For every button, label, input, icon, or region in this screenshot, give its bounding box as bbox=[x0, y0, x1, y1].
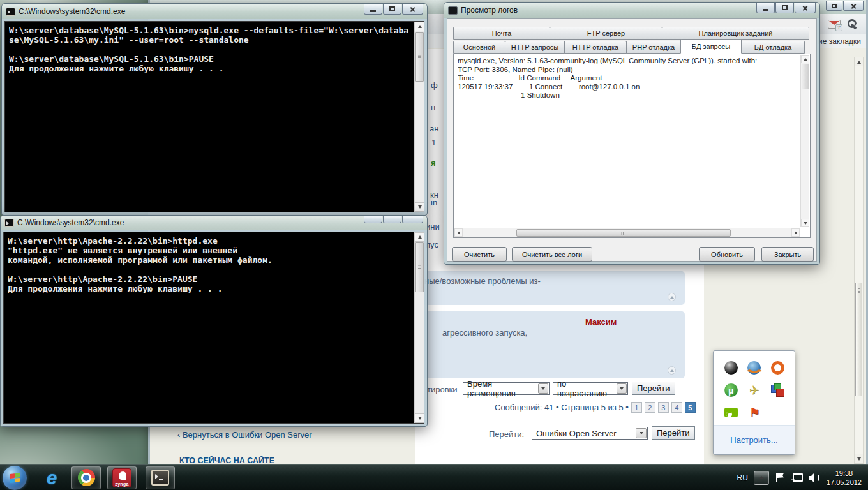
cmd-titlebar[interactable]: C:\Windows\system32\cmd.exe bbox=[2, 4, 427, 19]
scroll-top-icon[interactable] bbox=[668, 293, 676, 301]
window-title: Просмотр логов bbox=[461, 6, 753, 15]
console-scrollbar[interactable] bbox=[414, 22, 424, 212]
cmd-titlebar[interactable]: C:\Windows\system32\cmd.exe bbox=[1, 216, 427, 230]
log-horizontal-scrollbar[interactable] bbox=[454, 228, 800, 237]
maximize-button[interactable] bbox=[383, 216, 401, 223]
jump-go-button[interactable]: Перейти bbox=[652, 426, 695, 440]
tab-db-queries[interactable]: БД запросы bbox=[680, 39, 742, 54]
tab-ftp-server[interactable]: FTP сервер bbox=[550, 27, 662, 40]
color-squares-icon[interactable] bbox=[771, 383, 784, 397]
maximize-button[interactable] bbox=[775, 3, 794, 13]
log-viewer-icon bbox=[448, 6, 458, 15]
scroll-thumb[interactable] bbox=[802, 64, 809, 89]
scroll-top-icon[interactable] bbox=[668, 366, 676, 375]
browser-restore-button[interactable] bbox=[826, 1, 842, 11]
tab-db-debug[interactable]: БД отладка bbox=[741, 41, 805, 54]
jump-forum-select[interactable]: Ошибки Open Server bbox=[532, 427, 648, 440]
action-center-flag-icon[interactable] bbox=[775, 472, 784, 483]
other-bookmarks-label[interactable]: ие закладки bbox=[818, 37, 861, 46]
console-scrollbar[interactable] bbox=[414, 232, 424, 423]
clock-date: 17.05.2012 bbox=[827, 478, 862, 487]
taskbar-clock[interactable]: 19:38 17.05.2012 bbox=[827, 469, 862, 487]
console-output: W:\server\http\Apache-2.2.22\bin>httpd.e… bbox=[8, 236, 411, 420]
utorrent-icon[interactable] bbox=[724, 383, 738, 397]
scroll-up-icon[interactable] bbox=[855, 57, 863, 66]
edge-fragment: in bbox=[431, 198, 437, 207]
tab-task-scheduler[interactable]: Планировщик заданий bbox=[662, 27, 809, 40]
cmd-icon bbox=[4, 219, 14, 227]
close-button[interactable] bbox=[402, 4, 423, 15]
refresh-button[interactable]: Обновить bbox=[699, 247, 755, 262]
tab-http-debug[interactable]: HTTP отладка bbox=[564, 41, 627, 54]
taskbar-internet-explorer[interactable]: e bbox=[37, 466, 66, 489]
page-link[interactable]: 2 bbox=[645, 402, 655, 413]
minimize-button[interactable] bbox=[756, 3, 775, 13]
window-title: C:\Windows\system32\cmd.exe bbox=[19, 7, 361, 16]
tab-http-requests[interactable]: HTTP запросы bbox=[505, 41, 565, 54]
scroll-up-icon[interactable] bbox=[801, 55, 809, 63]
mail-notifier-icon[interactable] bbox=[828, 20, 841, 29]
nvidia-icon[interactable] bbox=[724, 408, 738, 417]
language-indicator[interactable]: RU bbox=[737, 473, 748, 482]
who-online-link[interactable]: КТО СЕЙЧАС НА САЙТЕ bbox=[179, 456, 274, 465]
page-link[interactable]: 3 bbox=[658, 402, 669, 413]
scroll-thumb[interactable] bbox=[516, 229, 730, 237]
scroll-up-icon[interactable] bbox=[415, 232, 424, 242]
scroll-down-icon[interactable] bbox=[855, 454, 863, 463]
orange-ring-icon[interactable] bbox=[771, 361, 784, 375]
tab-mail[interactable]: Почта bbox=[453, 27, 550, 40]
close-button[interactable] bbox=[795, 3, 816, 13]
minimize-button[interactable] bbox=[364, 216, 382, 223]
sort-field-select[interactable]: Время размещения bbox=[463, 382, 550, 395]
page-scrollbar[interactable] bbox=[854, 57, 864, 464]
sort-go-button[interactable]: Перейти bbox=[632, 382, 675, 395]
console-area: W:\server\database\MySQL-5.1.63\bin>mysq… bbox=[4, 21, 424, 212]
post-author[interactable]: Максим bbox=[585, 317, 617, 327]
scroll-down-icon[interactable] bbox=[801, 219, 809, 227]
cmd-window-apache: C:\Windows\system32\cmd.exe W:\server\ht… bbox=[0, 215, 428, 427]
minimize-button[interactable] bbox=[364, 4, 382, 15]
maximize-button[interactable] bbox=[383, 4, 401, 15]
window-title: C:\Windows\system32\cmd.exe bbox=[17, 218, 361, 227]
volume-icon[interactable] bbox=[808, 472, 821, 483]
sort-order-select[interactable]: по возрастанию bbox=[553, 382, 628, 395]
dark-sphere-icon[interactable] bbox=[724, 361, 738, 375]
edge-fragment: ф bbox=[431, 80, 438, 90]
start-button[interactable] bbox=[3, 466, 27, 490]
scroll-down-icon[interactable] bbox=[415, 202, 424, 212]
customize-link[interactable]: Настроить... bbox=[730, 435, 777, 445]
page-link[interactable]: 1 bbox=[631, 402, 642, 413]
tray-overflow-popup: Настроить... bbox=[713, 350, 795, 455]
browser-close-button[interactable] bbox=[843, 1, 864, 11]
page-link[interactable]: 4 bbox=[671, 402, 682, 413]
wrench-menu-icon[interactable] bbox=[847, 19, 858, 30]
clear-all-logs-button[interactable]: Очистить все логи bbox=[512, 247, 592, 262]
scroll-left-icon[interactable] bbox=[454, 228, 463, 237]
clear-button[interactable]: Очистить bbox=[452, 247, 507, 262]
red-flag-icon[interactable] bbox=[747, 406, 761, 419]
taskbar-zynga[interactable]: zynga bbox=[107, 466, 137, 489]
log-vertical-scrollbar[interactable] bbox=[800, 55, 809, 227]
taskbar-chrome[interactable] bbox=[71, 466, 101, 489]
messages-info: Сообщений: 41 • Страница 5 из 5 • bbox=[495, 403, 629, 412]
windows-flag-icon bbox=[10, 472, 20, 482]
pagination: Сообщений: 41 • Страница 5 из 5 • 1 2 3 … bbox=[495, 402, 696, 413]
back-to-forum-link[interactable]: ‹ Вернуться в Ошибки Open Server bbox=[177, 430, 312, 440]
close-dialog-button[interactable]: Закрыть bbox=[761, 247, 814, 262]
scroll-right-icon[interactable] bbox=[791, 228, 800, 237]
blue-globe-icon[interactable] bbox=[747, 361, 761, 375]
tab-php-debug[interactable]: PHP отладка bbox=[626, 41, 681, 54]
scroll-thumb[interactable] bbox=[415, 242, 424, 292]
show-hidden-icons-button[interactable] bbox=[754, 471, 769, 485]
network-icon[interactable] bbox=[790, 472, 802, 483]
tab-main[interactable]: Основной bbox=[453, 41, 505, 54]
scroll-up-icon[interactable] bbox=[415, 22, 424, 31]
plane-icon[interactable] bbox=[747, 383, 761, 397]
scroll-thumb[interactable] bbox=[415, 32, 424, 82]
scroll-down-icon[interactable] bbox=[415, 413, 424, 423]
close-button[interactable] bbox=[402, 216, 423, 223]
log-viewer-titlebar[interactable]: Просмотр логов bbox=[444, 3, 819, 18]
scroll-thumb[interactable] bbox=[855, 283, 862, 396]
notification-area: RU 19:38 17.05.2012 bbox=[737, 469, 868, 487]
taskbar-cmd[interactable] bbox=[146, 466, 175, 489]
